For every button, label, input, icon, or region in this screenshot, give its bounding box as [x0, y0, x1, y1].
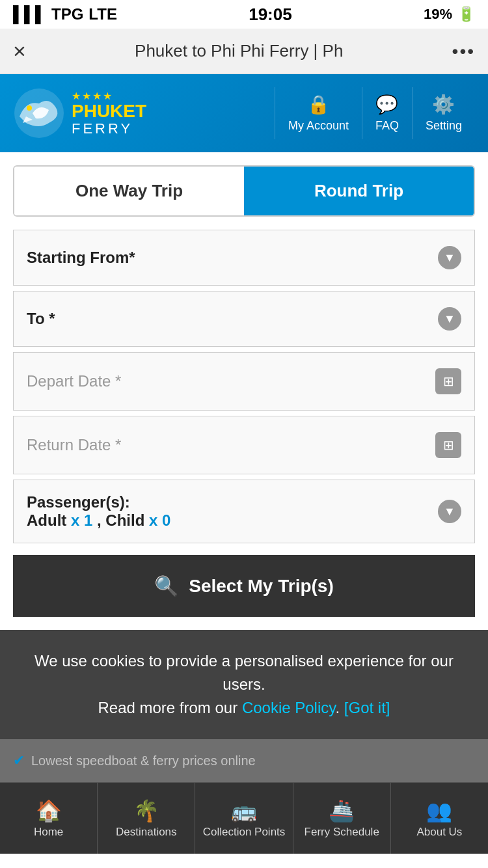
home-icon: 🏠 — [36, 798, 62, 823]
home-label: Home — [34, 826, 63, 839]
logo-icon — [13, 87, 65, 139]
adult-count: x 1 — [71, 511, 92, 529]
nav-item-faq[interactable]: 💬 FAQ — [362, 87, 412, 139]
logo-sub: FERRY — [72, 120, 146, 137]
destinations-icon: 🌴 — [133, 798, 159, 823]
status-right: 19% 🔋 — [424, 6, 475, 23]
cookie-message: We use cookies to provide a personalised… — [26, 649, 462, 696]
cookie-separator: . — [336, 699, 344, 716]
nav-items: 🔒 My Account 💬 FAQ ⚙️ Setting — [275, 87, 475, 139]
faq-label: FAQ — [375, 119, 399, 133]
passengers-detail: Adult x 1 , Child x 0 — [27, 511, 170, 530]
return-date-calendar-icon: ⊞ — [435, 432, 461, 458]
depart-date-calendar-icon: ⊞ — [435, 368, 461, 394]
my-account-icon: 🔒 — [307, 94, 330, 115]
depart-date-field[interactable]: Depart Date * ⊞ — [13, 352, 475, 411]
passengers-label: Passenger(s): — [27, 493, 170, 511]
passengers-info: Passenger(s): Adult x 1 , Child x 0 — [27, 493, 170, 530]
setting-icon: ⚙️ — [432, 94, 455, 115]
trip-toggle-container: One Way Trip Round Trip — [0, 152, 488, 223]
browser-bar: × Phuket to Phi Phi Ferry | Ph ••• — [0, 29, 488, 74]
to-field[interactable]: To * ▼ — [13, 291, 475, 347]
child-label: , Child — [97, 511, 144, 529]
one-way-trip-button[interactable]: One Way Trip — [14, 167, 244, 215]
status-left: ▌▌▌ TPG LTE — [13, 5, 117, 23]
about-us-label: About Us — [416, 826, 462, 839]
battery-label: 19% — [424, 6, 452, 23]
status-bar: ▌▌▌ TPG LTE 19:05 19% 🔋 — [0, 0, 488, 29]
more-button[interactable]: ••• — [452, 41, 475, 62]
bottom-promo: ✔ Lowest speedboat & ferry prices online — [0, 739, 488, 782]
carrier-label: TPG — [51, 5, 83, 23]
logo: ★★★★ PHUKET FERRY — [13, 87, 275, 139]
round-trip-button[interactable]: Round Trip — [244, 167, 474, 215]
about-us-icon: 👥 — [426, 798, 452, 823]
booking-form: Starting From* ▼ To * ▼ Depart Date * ⊞ … — [0, 223, 488, 630]
logo-text: ★★★★ PHUKET FERRY — [72, 90, 146, 137]
header-nav: ★★★★ PHUKET FERRY 🔒 My Account 💬 FAQ ⚙️ … — [0, 74, 488, 152]
return-date-field[interactable]: Return Date * ⊞ — [13, 416, 475, 474]
cookie-banner: We use cookies to provide a personalised… — [0, 630, 488, 739]
promo-text: Lowest speedboat & ferry prices online — [31, 753, 256, 768]
got-it-button[interactable]: [Got it] — [344, 699, 390, 716]
select-trip-button[interactable]: 🔍 Select My Trip(s) — [13, 555, 475, 617]
ferry-schedule-label: Ferry Schedule — [305, 826, 379, 839]
bottom-nav-ferry-schedule[interactable]: 🚢 Ferry Schedule — [293, 783, 391, 854]
signal-icon: ▌▌▌ — [13, 5, 46, 23]
nav-item-my-account[interactable]: 🔒 My Account — [275, 87, 362, 139]
cookie-policy-link[interactable]: Cookie Policy — [242, 699, 336, 716]
passengers-chevron: ▼ — [438, 500, 461, 523]
nav-item-setting[interactable]: ⚙️ Setting — [412, 87, 475, 139]
check-icon: ✔ — [13, 752, 25, 769]
trip-toggle: One Way Trip Round Trip — [13, 165, 475, 217]
to-chevron: ▼ — [438, 307, 461, 331]
starting-from-field[interactable]: Starting From* ▼ — [13, 230, 475, 286]
my-account-label: My Account — [288, 119, 349, 133]
logo-name: PHUKET — [72, 102, 146, 120]
network-label: LTE — [88, 5, 117, 23]
logo-stars: ★★★★ — [72, 90, 146, 102]
battery-icon: 🔋 — [457, 6, 475, 23]
clock: 19:05 — [249, 5, 292, 25]
collection-points-icon: 🚌 — [231, 798, 257, 823]
starting-from-chevron: ▼ — [438, 246, 461, 269]
bottom-nav-home[interactable]: 🏠 Home — [0, 783, 98, 854]
promo-item: ✔ Lowest speedboat & ferry prices online — [13, 752, 475, 769]
browser-title: Phuket to Phi Phi Ferry | Ph — [39, 41, 439, 61]
faq-icon: 💬 — [375, 94, 398, 115]
starting-from-label: Starting From* — [27, 249, 135, 267]
close-button[interactable]: × — [13, 38, 26, 64]
depart-date-placeholder: Depart Date * — [27, 372, 121, 390]
bottom-nav: 🏠 Home 🌴 Destinations 🚌 Collection Point… — [0, 782, 488, 854]
destinations-label: Destinations — [116, 826, 177, 839]
ferry-schedule-icon: 🚢 — [329, 798, 355, 823]
select-trip-label: Select My Trip(s) — [189, 576, 334, 597]
svg-point-1 — [27, 105, 32, 111]
cookie-read-more: Read more from our Cookie Policy. [Got i… — [26, 696, 462, 720]
child-count: x 0 — [149, 511, 170, 529]
collection-points-label: Collection Points — [203, 826, 286, 839]
cookie-read-more-prefix: Read more from our — [98, 699, 241, 716]
bottom-nav-collection-points[interactable]: 🚌 Collection Points — [195, 783, 293, 854]
passengers-field[interactable]: Passenger(s): Adult x 1 , Child x 0 ▼ — [13, 480, 475, 543]
to-label: To * — [27, 310, 55, 328]
select-trip-icon: 🔍 — [154, 575, 178, 597]
adult-label: Adult — [27, 511, 66, 529]
setting-label: Setting — [426, 119, 462, 133]
bottom-nav-destinations[interactable]: 🌴 Destinations — [98, 783, 195, 854]
return-date-placeholder: Return Date * — [27, 436, 121, 454]
bottom-nav-about-us[interactable]: 👥 About Us — [391, 783, 488, 854]
